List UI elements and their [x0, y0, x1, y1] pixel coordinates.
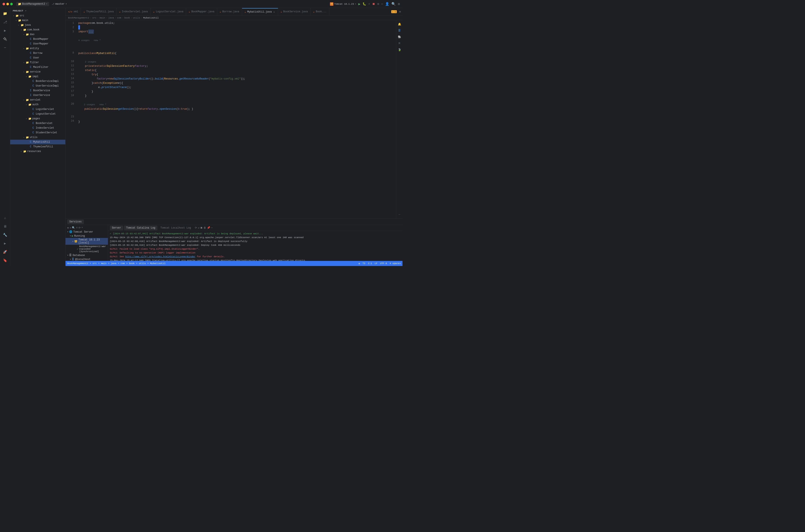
refresh-icon[interactable]: ↺	[198, 226, 199, 229]
service-item-artifact[interactable]: ✓ BookManagement2:war exploded [Synchron…	[65, 245, 108, 253]
tree-item[interactable]: C LoginServlet	[10, 107, 65, 112]
tree-item[interactable]: ▾ 📁 com.book	[10, 27, 65, 32]
tree-item[interactable]: C Borrow	[10, 51, 65, 56]
project-view-icon[interactable]: 📁	[1, 10, 9, 17]
minimize-button[interactable]	[6, 3, 9, 5]
code-content[interactable]: package com.book.utils; import ... 4 usa…	[76, 20, 396, 218]
tree-item[interactable]: C LogoutServlet	[10, 112, 65, 116]
tree-item[interactable]: ▾ 📁 auth	[10, 102, 65, 107]
search-icon[interactable]: 🔍	[391, 2, 396, 6]
bookmark-icon[interactable]: 🔖	[1, 256, 9, 264]
toolbar-btn[interactable]: ⟳	[78, 226, 81, 229]
line-ending[interactable]: LF	[375, 262, 377, 265]
service-item-tomcat-local[interactable]: ▾ 🐱 Tomcat 10.1.23 [local]	[65, 238, 108, 245]
tree-item[interactable]: ▾ 📁 servlet	[10, 98, 65, 102]
stop-icon[interactable]: ⏹	[200, 226, 203, 229]
close-button[interactable]	[3, 3, 5, 5]
tree-item[interactable]: ▾ 📁 filter	[10, 60, 65, 65]
toolbar-btn[interactable]: ≡	[76, 226, 77, 229]
account-icon[interactable]: 👤	[385, 2, 389, 6]
tab-bookmapper[interactable]: ☕ BookMapper.java	[186, 8, 217, 16]
deploy-icon[interactable]: 🚀	[1, 248, 9, 256]
database-icon[interactable]: 🗄	[397, 28, 402, 33]
plugins-icon[interactable]: 🔌	[1, 35, 9, 43]
run-icon-bottom[interactable]: ▶	[1, 240, 9, 247]
tree-item[interactable]: ▾ 📁 src	[10, 13, 65, 18]
more-icon[interactable]: ⋯	[211, 226, 212, 229]
tree-item[interactable]: I UserService	[10, 93, 65, 98]
notifications-icon[interactable]: 🔔	[397, 22, 402, 26]
tree-item[interactable]: C UserServiceImpl	[10, 83, 65, 88]
pin-icon[interactable]: 📌	[207, 226, 210, 229]
tree-item[interactable]: C User	[10, 56, 65, 60]
tree-item[interactable]: C IndexServlet	[10, 126, 65, 130]
toolbar-btn[interactable]: ▲	[67, 226, 69, 229]
debug-icon[interactable]: 🐛	[362, 2, 366, 6]
server-tab[interactable]: Server	[110, 226, 123, 230]
tree-item[interactable]: C StudentServlet	[10, 130, 65, 135]
settings-icon[interactable]: ⚙	[377, 2, 379, 6]
tree-item[interactable]: ▾ 📁 service	[10, 70, 65, 74]
profile-icon[interactable]: ⚡	[368, 2, 370, 6]
tree-item[interactable]: ▾ 📁 utils	[10, 135, 65, 140]
run-debug-icon[interactable]: ▶	[1, 27, 9, 35]
tree-item[interactable]: ▾ 📁 pages	[10, 116, 65, 121]
tab-logoutservlet[interactable]: ☕ LogoutServlet.java	[151, 8, 186, 16]
tab-mybatisutil[interactable]: ☕ MybatisUtil.java ✕	[242, 8, 278, 16]
gradle-icon[interactable]: 🐘	[397, 35, 402, 39]
tree-item[interactable]: I BookService	[10, 88, 65, 93]
branch-selector[interactable]: ⎇ master ▾	[52, 2, 67, 5]
tab-xml[interactable]: ≺/≻ xml	[65, 8, 81, 16]
problems-icon[interactable]: ⚠	[1, 214, 9, 222]
tree-item[interactable]: C BookMapper	[10, 37, 65, 41]
tree-item[interactable]: ▾ 📁 main	[10, 18, 65, 23]
tab-close-button[interactable]: ✕	[273, 11, 275, 14]
code-editor[interactable]: 1 2 3 8 10 11 12 13	[65, 20, 396, 218]
tree-item[interactable]: C UserMapper	[10, 41, 65, 46]
service-item-localhost[interactable]: ▾ 🗄 @localhost	[65, 257, 108, 261]
localhost-log-tab[interactable]: Tomcat Localhost Log	[158, 226, 193, 230]
reload-icon[interactable]: ⟳	[195, 226, 197, 229]
run-icon[interactable]: ▶	[358, 2, 360, 6]
tree-item-mybatisutil[interactable]: C MybatisUtil	[10, 140, 65, 145]
cursor-position[interactable]: 2:1	[368, 262, 372, 265]
tree-item[interactable]: C ThymeleafUtil	[10, 145, 65, 149]
tree-item[interactable]: ▾ 📁 impl	[10, 74, 65, 79]
more-icon[interactable]: ⋯	[381, 2, 383, 6]
toolbar-btn[interactable]: ✕	[70, 226, 71, 229]
spring-icon[interactable]: 🍃	[397, 48, 402, 52]
tree-item[interactable]: C BookServiceImpl	[10, 79, 65, 83]
toolbar-btn[interactable]: +	[81, 226, 83, 229]
tree-item[interactable]: ▾ 📁 entity	[10, 46, 65, 51]
indent-info[interactable]: 4 spaces	[390, 262, 401, 265]
toolbar-btn[interactable]: 🔍	[72, 226, 75, 229]
service-item-database[interactable]: ▾ 🗄 Database	[65, 253, 108, 257]
catalina-log-tab[interactable]: Tomcat Catalina Log	[124, 226, 157, 230]
terminal-icon[interactable]: 🖥	[1, 223, 9, 230]
maven-icon[interactable]: M	[397, 41, 402, 46]
tree-item[interactable]: ▸ 📁 resources	[10, 149, 65, 154]
tree-item[interactable]: C BookServlet	[10, 121, 65, 126]
tab-borrow[interactable]: ☕ Borrow.java	[217, 8, 242, 16]
tab-bookmore[interactable]: ☕ Book...	[311, 8, 329, 16]
more-tools-icon[interactable]: ⋯	[1, 44, 9, 52]
warning-badge[interactable]: ⚠ 1	[391, 10, 397, 13]
project-name[interactable]: 📁 BookManagement2 ▾	[16, 2, 49, 6]
clear-icon[interactable]: 🗑	[204, 226, 206, 229]
tomcat-run-config[interactable]: 🐱 Tomcat 10.1.23 ▾	[330, 2, 356, 6]
tab-indexservlet[interactable]: ☕ IndexServlet.java	[117, 8, 151, 16]
stop-icon[interactable]: ⏹	[372, 2, 375, 6]
service-item-running[interactable]: ▾ ▶ Running	[65, 234, 108, 238]
git-icon[interactable]: ⎇	[1, 18, 9, 26]
tree-item[interactable]: ▾ 📁 java	[10, 23, 65, 27]
services-panel-label[interactable]: Services	[67, 220, 84, 224]
tree-item[interactable]: ▾ 📁 dao	[10, 32, 65, 37]
tree-item[interactable]: C MainFilter	[10, 65, 65, 70]
expand-editor-icon[interactable]: ⊞	[399, 10, 401, 13]
tab-bookservice[interactable]: ☕ BookService.java	[278, 8, 311, 16]
maximize-button[interactable]	[10, 3, 13, 5]
encoding[interactable]: UTF-8	[380, 262, 387, 265]
tab-thymeleaf[interactable]: ☕ ThymeleafUtil.java	[81, 8, 116, 16]
preferences-icon[interactable]: ⚙	[398, 2, 400, 6]
services-icon[interactable]: 🔧	[1, 231, 9, 239]
